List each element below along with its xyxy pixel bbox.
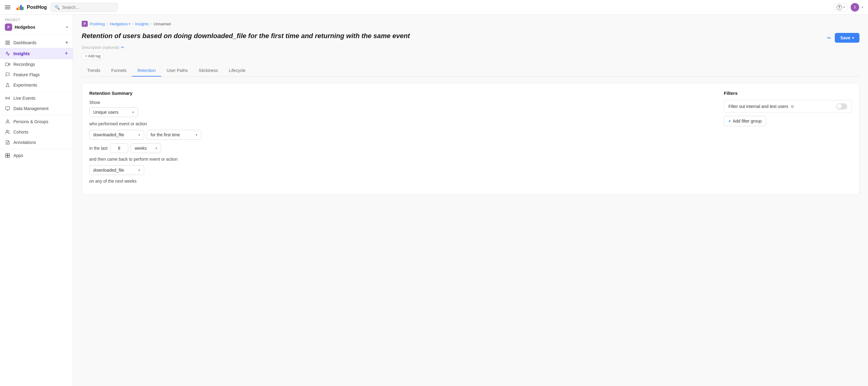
experiments-icon bbox=[5, 82, 10, 88]
sidebar-item-annotations[interactable]: Annotations bbox=[0, 137, 73, 148]
svg-point-12 bbox=[7, 98, 8, 99]
avatar[interactable]: I bbox=[850, 3, 859, 11]
dashboard-icon bbox=[5, 40, 10, 46]
tab-stickiness[interactable]: Stickiness bbox=[193, 65, 223, 77]
return-event-dropdown[interactable]: downloaded_file ▾ bbox=[89, 165, 144, 175]
sidebar-item-data-management[interactable]: Data Management bbox=[0, 103, 73, 114]
sidebar-item-recordings[interactable]: Recordings bbox=[0, 59, 73, 69]
sidebar-item-apps[interactable]: Apps bbox=[0, 150, 73, 161]
tab-funnels[interactable]: Funnels bbox=[106, 65, 132, 77]
tab-user-paths[interactable]: User Paths bbox=[161, 65, 193, 77]
retention-summary-title: Retention Summary bbox=[89, 91, 712, 96]
dashboards-chevron-icon: ▾ bbox=[65, 40, 68, 46]
sidebar-item-feature-flags-label: Feature Flags bbox=[13, 72, 68, 77]
sidebar: PROJECT P Hedgebox ▾ Dashboards ▾ Insigh… bbox=[0, 14, 73, 386]
project-label: PROJECT bbox=[5, 18, 68, 22]
event-qualifier-dropdown[interactable]: for the first time ▾ bbox=[147, 130, 202, 140]
in-the-last-label: in the last bbox=[89, 146, 107, 151]
add-filter-group-button[interactable]: + Add filter group bbox=[724, 116, 766, 126]
sidebar-item-dashboards[interactable]: Dashboards ▾ bbox=[0, 37, 73, 48]
filter-toggle[interactable] bbox=[836, 103, 847, 110]
search-bar[interactable]: 🔍 bbox=[51, 3, 118, 12]
filter-card-internal: Filter out internal and test users ⚙ bbox=[724, 100, 852, 113]
sidebar-item-experiments-label: Experiments bbox=[13, 83, 68, 88]
cohorts-icon bbox=[5, 129, 10, 135]
sidebar-item-dashboards-label: Dashboards bbox=[13, 40, 62, 45]
data-management-icon bbox=[5, 106, 10, 111]
sidebar-divider-1 bbox=[0, 91, 73, 92]
who-performed-label: who performed event or action bbox=[89, 121, 147, 126]
sidebar-item-live-events[interactable]: Live Events bbox=[0, 93, 73, 103]
topbar: PostHog 🔍 ? ▾ I ▾ bbox=[0, 0, 868, 14]
return-event-row: downloaded_file ▾ bbox=[89, 165, 712, 175]
edit-title-button[interactable]: ✏ bbox=[826, 34, 832, 42]
tab-lifecycle[interactable]: Lifecycle bbox=[223, 65, 251, 77]
in-the-last-input[interactable] bbox=[110, 143, 128, 153]
page-title: Retention of users based on doing downlo… bbox=[82, 32, 822, 40]
sidebar-item-persons-groups-label: Persons & Groups bbox=[13, 119, 68, 124]
unique-users-label: Unique users bbox=[93, 110, 119, 115]
breadcrumb: P PostHog › Hedgebox ▾ › Insights › Unna… bbox=[82, 21, 860, 27]
help-button[interactable]: ? ▾ bbox=[833, 3, 848, 11]
sidebar-item-cohorts[interactable]: Cohorts bbox=[0, 127, 73, 137]
add-tag-button[interactable]: + Add tag bbox=[82, 53, 104, 59]
tab-trends[interactable]: Trends bbox=[82, 65, 106, 77]
breadcrumb-workspace-caret: ▾ bbox=[129, 22, 130, 26]
project-selector[interactable]: P Hedgebox ▾ bbox=[5, 24, 68, 31]
project-name: Hedgebox bbox=[14, 25, 35, 30]
svg-rect-2 bbox=[19, 6, 20, 10]
retention-panel: Retention Summary Show Unique users ▾ wh… bbox=[82, 83, 860, 195]
svg-rect-10 bbox=[5, 63, 8, 65]
breadcrumb-workspace-link[interactable]: Hedgebox bbox=[110, 22, 128, 26]
event-qualifier-label: for the first time bbox=[151, 132, 180, 137]
svg-rect-4 bbox=[22, 7, 24, 10]
breadcrumb-insights[interactable]: Insights bbox=[135, 22, 149, 26]
event-name-label: downloaded_file bbox=[93, 132, 124, 137]
sidebar-nav: Dashboards ▾ Insights + Recordings bbox=[0, 35, 73, 163]
tabs-row: Trends Funnels Retention User Paths Stic… bbox=[82, 65, 860, 77]
insights-add-icon[interactable]: + bbox=[65, 50, 68, 57]
add-filter-plus-icon: + bbox=[728, 119, 731, 123]
description-row: Description (optional) ✏ bbox=[82, 45, 860, 50]
sidebar-item-feature-flags[interactable]: Feature Flags bbox=[0, 69, 73, 80]
description-text: Description (optional) bbox=[82, 45, 119, 50]
tab-retention[interactable]: Retention bbox=[132, 65, 161, 77]
breadcrumb-project-icon: P bbox=[82, 21, 88, 27]
project-icon: P bbox=[5, 24, 12, 31]
svg-rect-21 bbox=[8, 153, 10, 155]
svg-point-16 bbox=[7, 120, 8, 121]
weeks-dropdown[interactable]: weeks ▾ bbox=[131, 143, 161, 153]
breadcrumb-posthog[interactable]: PostHog bbox=[90, 22, 105, 26]
breadcrumb-workspace[interactable]: Hedgebox ▾ bbox=[110, 22, 130, 26]
apps-icon bbox=[5, 153, 10, 158]
and-then-label: and then came back to perform event or a… bbox=[89, 157, 178, 161]
panel-left: Retention Summary Show Unique users ▾ wh… bbox=[89, 91, 712, 187]
logo: PostHog bbox=[15, 3, 47, 12]
project-section: PROJECT P Hedgebox ▾ bbox=[0, 14, 73, 35]
unique-users-dropdown[interactable]: Unique users ▾ bbox=[89, 107, 138, 117]
filter-gear-icon[interactable]: ⚙ bbox=[790, 104, 794, 109]
save-button[interactable]: Save ▾ bbox=[835, 33, 860, 43]
description-edit-icon[interactable]: ✏ bbox=[121, 45, 124, 50]
unique-users-caret: ▾ bbox=[132, 110, 134, 114]
search-input[interactable] bbox=[62, 5, 114, 10]
sidebar-item-data-management-label: Data Management bbox=[13, 106, 68, 111]
sidebar-item-persons-groups[interactable]: Persons & Groups bbox=[0, 116, 73, 127]
page-title-row: Retention of users based on doing downlo… bbox=[82, 32, 860, 43]
svg-rect-3 bbox=[21, 5, 22, 10]
svg-rect-13 bbox=[5, 107, 9, 110]
sidebar-item-insights-label: Insights bbox=[13, 51, 62, 56]
page-title-actions: ✏ Save ▾ bbox=[826, 33, 860, 43]
svg-rect-6 bbox=[8, 41, 9, 42]
menu-icon[interactable] bbox=[5, 5, 10, 9]
toggle-thumb bbox=[837, 104, 842, 109]
event-name-dropdown[interactable]: downloaded_file ▾ bbox=[89, 130, 144, 140]
panel-two-col: Retention Summary Show Unique users ▾ wh… bbox=[89, 91, 852, 187]
sidebar-item-experiments[interactable]: Experiments bbox=[0, 80, 73, 90]
insights-icon bbox=[5, 51, 10, 56]
breadcrumb-chevron-2: › bbox=[132, 22, 133, 26]
sidebar-item-insights[interactable]: Insights + bbox=[0, 48, 73, 59]
and-then-row: and then came back to perform event or a… bbox=[89, 157, 712, 161]
save-caret-icon: ▾ bbox=[852, 36, 854, 40]
breadcrumb-current: Unnamed bbox=[154, 22, 171, 26]
